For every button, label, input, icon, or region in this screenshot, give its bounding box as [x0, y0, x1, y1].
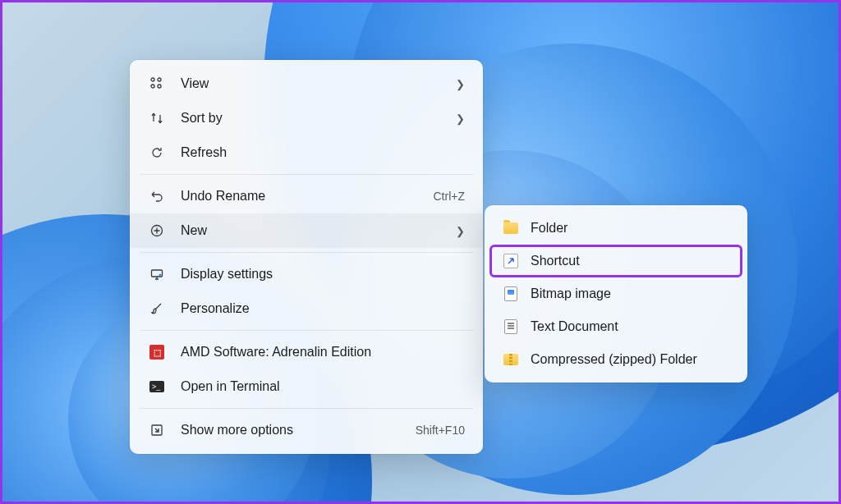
menu-label: New [181, 223, 441, 238]
menu-label: Refresh [181, 145, 465, 160]
menu-divider [140, 252, 473, 253]
submenu-label: Shortcut [531, 254, 580, 268]
submenu-label: Text Document [531, 319, 618, 334]
sort-icon [148, 109, 166, 127]
menu-item-personalize[interactable]: Personalize [130, 291, 483, 326]
menu-divider [140, 408, 473, 409]
menu-label: Show more options [181, 423, 401, 438]
submenu-item-text-document[interactable]: Text Document [489, 310, 742, 343]
submenu-label: Folder [531, 221, 568, 236]
svg-point-1 [158, 78, 161, 81]
menu-shortcut: Shift+F10 [416, 424, 465, 437]
undo-icon [148, 187, 166, 205]
menu-label: Personalize [181, 301, 465, 316]
text-doc-icon [503, 318, 519, 335]
menu-item-new[interactable]: New ❯ [130, 213, 483, 248]
plus-circle-icon [148, 222, 166, 240]
menu-shortcut: Ctrl+Z [434, 190, 466, 203]
submenu-item-shortcut[interactable]: Shortcut [489, 245, 742, 277]
display-icon [148, 265, 166, 283]
svg-point-2 [151, 85, 154, 88]
submenu-label: Compressed (zipped) Folder [531, 352, 697, 367]
menu-label: Display settings [181, 267, 465, 282]
amd-icon: ⬚ [148, 343, 166, 361]
menu-label: AMD Software: Adrenalin Edition [181, 345, 465, 360]
menu-label: Sort by [181, 111, 441, 126]
zip-folder-icon [503, 351, 519, 368]
svg-point-3 [158, 85, 161, 88]
menu-label: Open in Terminal [181, 379, 465, 394]
menu-item-amd-software[interactable]: ⬚ AMD Software: Adrenalin Edition [130, 335, 483, 369]
shortcut-icon [503, 253, 519, 269]
menu-item-display-settings[interactable]: Display settings [130, 257, 483, 291]
menu-item-open-terminal[interactable]: Open in Terminal [130, 369, 483, 404]
terminal-icon [148, 378, 166, 396]
menu-item-refresh[interactable]: Refresh [130, 135, 483, 170]
expand-icon [148, 421, 166, 439]
brush-icon [148, 300, 166, 318]
menu-divider [140, 330, 473, 331]
menu-label: View [181, 76, 441, 91]
chevron-right-icon: ❯ [456, 112, 465, 125]
submenu-item-folder[interactable]: Folder [489, 212, 742, 245]
chevron-right-icon: ❯ [456, 225, 465, 237]
new-submenu: Folder Shortcut Bitmap image Text Docume… [485, 205, 747, 383]
svg-point-0 [151, 78, 154, 81]
refresh-icon [148, 144, 166, 162]
menu-item-show-more-options[interactable]: Show more options Shift+F10 [130, 413, 483, 447]
desktop-context-menu: View ❯ Sort by ❯ Refresh Undo Rename Ctr… [130, 60, 483, 454]
menu-divider [140, 174, 473, 175]
folder-icon [503, 220, 519, 236]
menu-item-undo-rename[interactable]: Undo Rename Ctrl+Z [130, 179, 483, 213]
bitmap-icon [503, 286, 519, 302]
submenu-item-compressed-folder[interactable]: Compressed (zipped) Folder [489, 343, 742, 376]
menu-label: Undo Rename [181, 189, 419, 204]
svg-point-6 [159, 274, 162, 277]
submenu-label: Bitmap image [531, 286, 611, 301]
chevron-right-icon: ❯ [456, 78, 465, 90]
menu-item-sort-by[interactable]: Sort by ❯ [130, 101, 483, 135]
menu-item-view[interactable]: View ❯ [130, 66, 483, 101]
grid-icon [148, 75, 166, 93]
submenu-item-bitmap-image[interactable]: Bitmap image [489, 277, 742, 310]
